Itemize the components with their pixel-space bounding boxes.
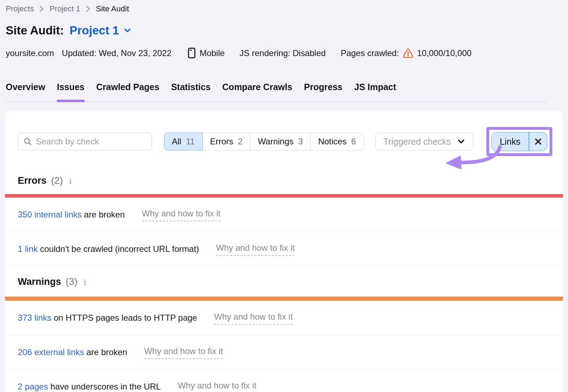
site-domain: yoursite.com <box>6 48 54 58</box>
tab-progress[interactable]: Progress <box>304 82 342 101</box>
issue-count-link[interactable]: 206 external links <box>18 347 84 357</box>
chevron-right-icon <box>39 5 44 13</box>
project-selector-label: Project 1 <box>70 23 119 38</box>
triggered-checks-dropdown[interactable]: Triggered checks <box>375 133 474 150</box>
js-rendering-status: JS rendering: Disabled <box>240 48 326 58</box>
errors-bar <box>5 194 563 198</box>
chevron-right-icon <box>86 5 91 13</box>
filter-all[interactable]: All 11 <box>164 133 203 150</box>
device-group: Mobile <box>188 48 225 59</box>
site-audit-page: { "colors": { "accent_purple": "#a985ec"… <box>0 0 568 392</box>
filter-errors[interactable]: Errors 2 <box>203 133 251 150</box>
filter-warnings[interactable]: Warnings 3 <box>250 133 311 150</box>
mobile-icon <box>188 48 196 59</box>
search-box <box>18 133 152 150</box>
segment-count: 6 <box>351 137 356 147</box>
project-selector[interactable]: Project 1 <box>70 23 131 38</box>
annotation-highlight-box: Links <box>486 127 552 156</box>
issue-row: 350 internal links are broken Why and ho… <box>5 198 563 232</box>
breadcrumb-item-projects[interactable]: Projects <box>6 4 34 13</box>
issue-count-link[interactable]: 1 link <box>18 244 38 254</box>
issue-text: are broken <box>84 347 127 357</box>
issue-count-link[interactable]: 2 pages <box>18 382 48 391</box>
issue-text: on HTTPS pages leads to HTTP page <box>51 313 197 322</box>
errors-count: (2) <box>51 175 63 186</box>
issue-text: are broken <box>82 210 125 219</box>
links-chip-label: Links <box>492 137 529 147</box>
warnings-bar <box>5 297 563 301</box>
issue-count-link[interactable]: 373 links <box>18 313 51 322</box>
info-icon[interactable]: i <box>69 177 72 186</box>
breadcrumb-item-project[interactable]: Project 1 <box>49 4 80 13</box>
segment-label: Warnings <box>258 137 293 147</box>
tab-statistics[interactable]: Statistics <box>171 82 211 101</box>
warnings-heading: Warnings (3) i <box>18 276 550 287</box>
warnings-title: Warnings <box>18 276 61 287</box>
tab-js-impact[interactable]: JS Impact <box>354 82 396 101</box>
why-how-to-fix-link[interactable]: Why and how to fix it <box>178 380 256 392</box>
chevron-down-icon <box>457 139 465 144</box>
issue-row: 1 link couldn't be crawled (incorrect UR… <box>5 232 563 266</box>
filter-notices[interactable]: Notices 6 <box>311 133 364 150</box>
pages-crawled-label: Pages crawled: <box>341 48 399 58</box>
warning-icon[interactable] <box>403 48 414 58</box>
remove-links-filter-button[interactable] <box>529 132 547 151</box>
pages-crawled-value: 10,000/10,000 <box>417 48 471 58</box>
segment-count: 3 <box>298 137 303 147</box>
issues-card: All 11 Errors 2 Warnings 3 Notices 6 Tri… <box>5 111 563 392</box>
segment-count: 2 <box>238 137 242 147</box>
why-how-to-fix-link[interactable]: Why and how to fix it <box>144 346 223 359</box>
breadcrumb-item-site-audit: Site Audit <box>96 4 129 13</box>
issue-row: 373 links on HTTPS pages leads to HTTP p… <box>5 301 563 335</box>
tab-issues[interactable]: Issues <box>57 82 84 101</box>
why-how-to-fix-link[interactable]: Why and how to fix it <box>216 243 295 256</box>
issue-type-segments: All 11 Errors 2 Warnings 3 Notices 6 <box>164 133 364 150</box>
issue-text: couldn't be crawled (incorrect URL forma… <box>38 244 199 254</box>
chevron-down-icon <box>124 28 131 33</box>
info-icon[interactable]: i <box>84 278 86 287</box>
device-label: Mobile <box>200 48 225 58</box>
page-header: Projects Project 1 Site Audit Site Audit… <box>0 0 568 59</box>
issue-row: 2 pages have underscores in the URL Why … <box>5 370 563 392</box>
segment-label: All <box>172 137 181 147</box>
tab-bar: Overview Issues Crawled Pages Statistics… <box>6 82 547 102</box>
links-filter-chip[interactable]: Links <box>491 132 547 151</box>
warnings-count: (3) <box>66 276 77 287</box>
meta-row: yoursite.com Updated: Wed, Nov 23, 2022 … <box>6 48 562 59</box>
search-icon <box>23 137 32 146</box>
segment-label: Errors <box>210 137 233 147</box>
search-input[interactable] <box>18 133 152 150</box>
segment-label: Notices <box>318 137 346 147</box>
segment-count: 11 <box>186 137 195 147</box>
updated-date: Updated: Wed, Nov 23, 2022 <box>62 48 171 58</box>
tab-compare-crawls[interactable]: Compare Crawls <box>222 82 292 101</box>
title-row: Site Audit: Project 1 <box>6 23 562 38</box>
tab-crawled-pages[interactable]: Crawled Pages <box>96 82 159 101</box>
why-how-to-fix-link[interactable]: Why and how to fix it <box>214 311 293 325</box>
tab-overview[interactable]: Overview <box>6 82 45 101</box>
errors-heading: Errors (2) i <box>18 175 550 186</box>
issue-row: 206 external links are broken Why and ho… <box>5 335 563 370</box>
why-how-to-fix-link[interactable]: Why and how to fix it <box>142 208 220 221</box>
pages-crawled-group: Pages crawled: 10,000/10,000 <box>341 48 472 58</box>
issue-count-link[interactable]: 350 internal links <box>18 210 82 219</box>
dropdown-label: Triggered checks <box>383 137 451 147</box>
errors-title: Errors <box>18 175 47 186</box>
filter-row: All 11 Errors 2 Warnings 3 Notices 6 Tri… <box>5 111 563 156</box>
breadcrumb: Projects Project 1 Site Audit <box>6 4 562 13</box>
close-icon <box>534 138 542 145</box>
issue-text: have underscores in the URL <box>48 382 161 391</box>
page-title: Site Audit: <box>6 23 64 38</box>
